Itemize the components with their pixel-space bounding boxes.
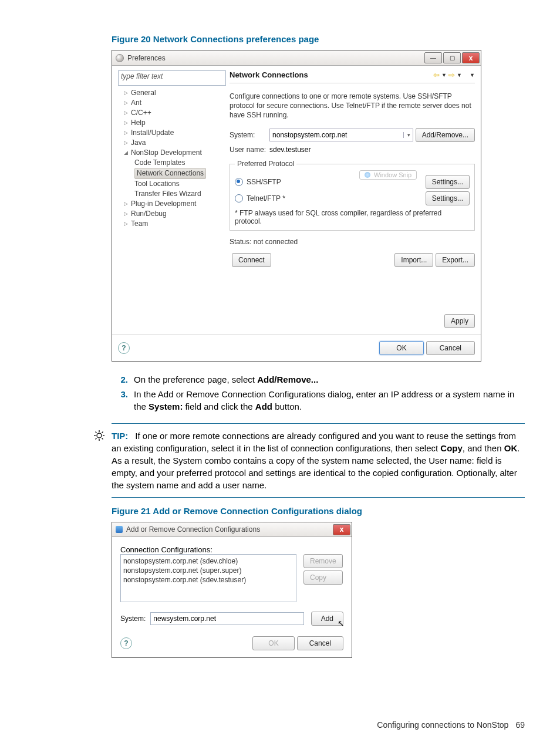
ok-button[interactable]: OK xyxy=(252,636,294,650)
copy-button[interactable]: Copy xyxy=(303,571,343,585)
svg-line-5 xyxy=(96,432,97,433)
snip-icon xyxy=(365,172,370,178)
section-title: Network Connections xyxy=(230,70,308,79)
svg-line-7 xyxy=(96,438,97,440)
username-value: sdev.testuser xyxy=(269,146,311,154)
tree-install[interactable]: Install/Update xyxy=(131,128,174,138)
config-listbox[interactable]: nonstopsystem.corp.net (sdev.chloe) nons… xyxy=(120,554,296,602)
add-remove-button[interactable]: Add/Remove... xyxy=(416,128,475,142)
tree-plugin-dev[interactable]: Plug-in Development xyxy=(131,199,196,209)
ok-button[interactable]: OK xyxy=(379,341,423,355)
import-button[interactable]: Import... xyxy=(394,253,433,267)
maximize-button[interactable]: ▢ xyxy=(443,52,461,63)
tree-code-templates[interactable]: Code Templates xyxy=(134,158,185,168)
tree-general[interactable]: General xyxy=(131,88,156,98)
close-button[interactable]: x xyxy=(333,524,350,535)
dialog-icon xyxy=(116,526,123,533)
tree-java[interactable]: Java xyxy=(131,138,146,148)
cancel-button[interactable]: Cancel xyxy=(426,341,475,355)
help-icon[interactable]: ? xyxy=(118,342,130,354)
help-icon[interactable]: ? xyxy=(120,637,132,649)
filter-input[interactable]: type filter text xyxy=(118,70,226,86)
tree-network-connections[interactable]: Network Connections xyxy=(134,168,206,179)
cursor-icon: ↖ xyxy=(338,619,345,628)
steps-list: 2. On the preference page, select Add/Re… xyxy=(112,373,525,413)
step-3-text: In the Add or Remove Connection Configur… xyxy=(134,388,525,413)
system-combo[interactable]: nonstopsystem.corp.net ▾ xyxy=(269,129,413,141)
window-snip-overlay: Window Snip xyxy=(359,170,417,180)
tree-ccpp[interactable]: C/C++ xyxy=(131,108,151,118)
tip-icon xyxy=(90,430,108,491)
chevron-down-icon[interactable]: ▾ xyxy=(403,132,410,138)
tip-text: TIP:If one or more remote connections ar… xyxy=(112,430,525,491)
title-bar: Preferences — ▢ x xyxy=(112,50,481,66)
telnet-radio[interactable] xyxy=(235,194,243,202)
ssh-settings-button[interactable]: Settings... xyxy=(426,175,470,189)
username-label: User name: xyxy=(230,146,269,154)
preferences-tree[interactable]: ▷General ▷Ant ▷C/C++ ▷Help ▷Install/Upda… xyxy=(118,88,226,229)
add-remove-dialog: Add or Remove Connection Configurations … xyxy=(112,522,352,658)
status-text: Status: not connected xyxy=(230,238,475,246)
step-number: 2. xyxy=(112,373,128,386)
ssh-label: SSH/SFTP xyxy=(247,178,281,186)
step-number: 3. xyxy=(112,388,128,413)
figure20-caption: Figure 20 Network Connections preference… xyxy=(112,34,525,44)
telnet-settings-button[interactable]: Settings... xyxy=(426,191,470,205)
telnet-label: Telnet/FTP * xyxy=(247,194,285,202)
apply-button[interactable]: Apply xyxy=(444,314,475,328)
list-item[interactable]: nonstopsystem.corp.net (sdev.chloe) xyxy=(123,556,294,566)
ftp-note: * FTP always used for SQL cross compiler… xyxy=(235,209,470,225)
nav-icons[interactable]: ⇦ ▼ ⇨ ▼ ▼ xyxy=(433,70,475,79)
preferences-window: Preferences — ▢ x type filter text ▷Gene… xyxy=(112,50,481,362)
preferred-protocol-legend: Preferred Protocol xyxy=(235,160,296,168)
page-footer: Configuring connections to NonStop69 xyxy=(377,720,525,730)
app-icon xyxy=(116,54,124,62)
svg-line-6 xyxy=(102,438,103,440)
close-button[interactable]: x xyxy=(462,52,480,63)
preferred-protocol-group: Preferred Protocol SSH/SFTP Window Snip … xyxy=(230,160,475,231)
system-label: System: xyxy=(230,131,269,139)
tree-help[interactable]: Help xyxy=(131,118,146,128)
svg-point-0 xyxy=(97,433,102,438)
figure21-caption: Figure 21 Add or Remove Connection Confi… xyxy=(112,506,525,516)
window-title: Preferences xyxy=(127,54,166,62)
minimize-button[interactable]: — xyxy=(424,52,442,63)
tree-tool-locations[interactable]: Tool Locations xyxy=(134,179,180,189)
section-description: Configure connections to one or more rem… xyxy=(230,92,475,120)
tree-transfer-files-wizard[interactable]: Transfer Files Wizard xyxy=(134,189,201,199)
tree-run-debug[interactable]: Run/Debug xyxy=(131,209,167,219)
tip-block: TIP:If one or more remote connections ar… xyxy=(112,423,525,498)
config-list-label: Connection Configurations: xyxy=(120,545,343,554)
svg-line-8 xyxy=(102,432,103,433)
step-2-text: On the preference page, select Add/Remov… xyxy=(134,373,318,386)
remove-button[interactable]: Remove xyxy=(303,554,343,568)
ssh-radio[interactable] xyxy=(235,178,243,186)
list-item[interactable]: nonstopsystem.corp.net (sdev.testuser) xyxy=(123,575,294,585)
tree-ant[interactable]: Ant xyxy=(131,98,141,108)
system-value: nonstopsystem.corp.net xyxy=(272,131,347,139)
export-button[interactable]: Export... xyxy=(436,253,475,267)
cancel-button[interactable]: Cancel xyxy=(297,636,343,650)
list-item[interactable]: nonstopsystem.corp.net (super.super) xyxy=(123,566,294,575)
system-input[interactable]: newsystem.corp.net xyxy=(150,612,303,625)
connect-button[interactable]: Connect xyxy=(232,253,271,267)
tree-nonstop[interactable]: NonStop Development xyxy=(131,148,202,158)
dialog-title: Add or Remove Connection Configurations xyxy=(126,525,260,534)
tree-team[interactable]: Team xyxy=(131,219,148,229)
system-label: System: xyxy=(120,615,146,623)
